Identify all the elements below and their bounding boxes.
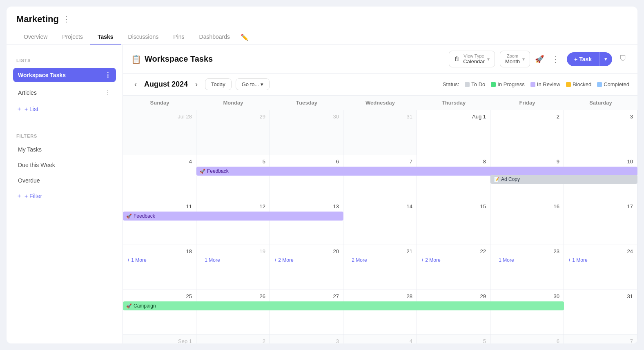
cell-aug12[interactable]: 12 <box>196 200 270 245</box>
tab-discussions[interactable]: Discussions <box>121 30 166 45</box>
cell-aug23[interactable]: 23 + 1 More <box>490 245 564 290</box>
add-filter-button[interactable]: ＋ + Filter <box>13 190 116 202</box>
cell-aug28[interactable]: 28 <box>343 290 417 335</box>
cell-aug14[interactable]: 14 <box>343 200 417 245</box>
cell-aug11[interactable]: 11 <box>123 200 196 245</box>
tab-pins[interactable]: Pins <box>166 30 192 45</box>
tab-dashboards[interactable]: Dashboards <box>192 30 238 45</box>
cell-sep2[interactable]: 2 <box>196 335 270 343</box>
cell-jul30[interactable]: 30 <box>270 110 343 155</box>
tab-projects[interactable]: Projects <box>55 30 90 45</box>
date-aug25: 25 <box>125 292 194 300</box>
cell-jul29[interactable]: 29 <box>196 110 270 155</box>
cell-aug26[interactable]: 26 <box>196 290 270 335</box>
cell-sep3[interactable]: 3 <box>270 335 343 343</box>
cell-aug20[interactable]: 20 + 2 More <box>270 245 343 290</box>
cell-aug7[interactable]: 7 <box>343 155 417 200</box>
date-aug14: 14 <box>346 203 414 210</box>
cell-aug19[interactable]: 19 + 1 More <box>196 245 270 290</box>
cell-sep5[interactable]: 5 <box>417 335 490 343</box>
filter-due-this-week[interactable]: Due this Week <box>13 159 116 171</box>
cell-sep1[interactable]: Sep 1 <box>123 335 196 343</box>
view-type-label: View Type <box>463 54 485 58</box>
date-aug21: 21 <box>346 247 414 255</box>
cell-aug30[interactable]: 30 <box>490 290 564 335</box>
cell-aug15[interactable]: 15 <box>417 200 490 245</box>
date-jul29: 29 <box>199 113 267 120</box>
more-aug20[interactable]: + 2 More <box>272 256 341 264</box>
cell-sep4[interactable]: 4 <box>343 335 417 343</box>
more-aug18[interactable]: + 1 More <box>125 256 194 264</box>
prev-month-button[interactable]: ‹ <box>131 78 140 90</box>
date-aug12: 12 <box>199 203 267 210</box>
calendar-header: 📋 Workspace Tasks 🗓 View Type Calendar ▾ <box>123 45 637 74</box>
more-aug24[interactable]: + 1 More <box>566 256 635 264</box>
zoom-chevron-icon: ▾ <box>522 56 525 62</box>
cell-jul31[interactable]: 31 <box>343 110 417 155</box>
more-aug23[interactable]: + 1 More <box>493 256 561 264</box>
cell-aug22[interactable]: 22 + 2 More <box>417 245 490 290</box>
cell-jul28[interactable]: Jul 28 <box>123 110 196 155</box>
sidebar-item-dots-icon[interactable]: ⋮ <box>105 71 111 79</box>
add-list-button[interactable]: ＋ + List <box>13 103 116 115</box>
task-bar-feedback[interactable]: 🚀Feedback <box>196 167 637 176</box>
cell-aug18[interactable]: 18 + 1 More <box>123 245 196 290</box>
zoom-button[interactable]: Zoom Month ▾ <box>500 51 530 67</box>
cell-aug31[interactable]: 31 <box>564 290 637 335</box>
today-button[interactable]: Today <box>205 78 232 90</box>
status-blocked: Blocked <box>566 81 591 87</box>
filter-button[interactable]: ⛉ <box>617 52 629 66</box>
cell-aug21[interactable]: 21 + 2 More <box>343 245 417 290</box>
next-month-button[interactable]: › <box>192 78 201 90</box>
cell-aug24[interactable]: 24 + 1 More <box>564 245 637 290</box>
more-aug21[interactable]: + 2 More <box>346 256 414 264</box>
date-aug20: 20 <box>272 247 341 255</box>
task-bar-campaign[interactable]: 🚀Campaign <box>123 301 564 310</box>
more-aug19[interactable]: + 1 More <box>199 256 267 264</box>
in-progress-dot <box>491 82 496 87</box>
cell-aug3[interactable]: 3 <box>564 110 637 155</box>
cell-aug27[interactable]: 27 <box>270 290 343 335</box>
calendar-nav-row: ‹ August 2024 › Today Go to... ▾ Status:… <box>123 74 637 96</box>
date-aug26: 26 <box>199 292 267 300</box>
date-aug15: 15 <box>419 203 488 210</box>
edit-nav-icon[interactable]: ✏️ <box>237 30 252 45</box>
blocked-dot <box>566 82 571 87</box>
task-bar-feedback[interactable]: 🚀Feedback <box>123 212 343 221</box>
cell-aug17[interactable]: 17 <box>564 200 637 245</box>
cell-aug6[interactable]: 6 <box>270 155 343 200</box>
cell-aug13[interactable]: 13 <box>270 200 343 245</box>
cell-sep7[interactable]: 7 <box>564 335 637 343</box>
app-dots-icon[interactable]: ⋮ <box>63 15 70 24</box>
sidebar-item-workspace-tasks[interactable]: Workspace Tasks ⋮ <box>13 68 116 82</box>
more-aug22[interactable]: + 2 More <box>419 256 488 264</box>
cell-aug4[interactable]: 4 <box>123 155 196 200</box>
filter-overdue[interactable]: Overdue <box>13 174 116 187</box>
cell-sep6[interactable]: 6 <box>490 335 564 343</box>
view-type-button[interactable]: 🗓 View Type Calendar ▾ <box>449 51 495 67</box>
cell-aug8[interactable]: 8 <box>417 155 490 200</box>
cell-aug1[interactable]: Aug 1 <box>417 110 490 155</box>
todo-dot <box>465 82 470 87</box>
add-task-dropdown-button[interactable]: ▾ <box>599 52 612 66</box>
cell-aug16[interactable]: 16 <box>490 200 564 245</box>
filter-my-tasks[interactable]: My Tasks <box>13 143 116 156</box>
goto-button[interactable]: Go to... ▾ <box>236 78 270 90</box>
tab-overview[interactable]: Overview <box>16 30 55 45</box>
tab-tasks[interactable]: Tasks <box>90 30 121 45</box>
in-review-label: In Review <box>537 81 560 87</box>
sidebar-item-articles[interactable]: Articles ⋮ <box>13 85 116 100</box>
cell-aug2[interactable]: 2 <box>490 110 564 155</box>
filters-section-label: FILTERS <box>13 132 116 140</box>
cell-aug5[interactable]: 5 <box>196 155 270 200</box>
add-task-main-button[interactable]: + Task <box>567 52 599 66</box>
cell-aug25[interactable]: 25 <box>123 290 196 335</box>
cell-aug29[interactable]: 29 <box>417 290 490 335</box>
add-filter-label: + Filter <box>25 193 42 199</box>
task-bar-ad-copy[interactable]: 📝Ad Copy <box>490 175 637 184</box>
zoom-value: Month <box>505 58 520 65</box>
more-options-button[interactable]: ⋮ <box>549 52 562 67</box>
zoom-label: Zoom <box>505 54 520 58</box>
calendar-title: Workspace Tasks <box>145 54 213 64</box>
sidebar-item-articles-dots-icon[interactable]: ⋮ <box>105 89 111 96</box>
